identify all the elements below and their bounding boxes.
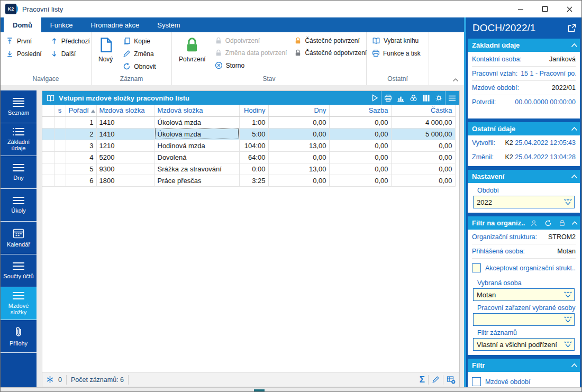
confirm-button[interactable]: Potvrzení (175, 35, 210, 65)
column-header-indicator[interactable] (42, 105, 54, 116)
section-nastaveni: Nastavení Období 2022 (468, 170, 580, 213)
table-row[interactable]: 45200 Dovolená64:00 0,000,00 0,00 (42, 151, 455, 163)
sum-button[interactable]: Σ (420, 375, 425, 384)
section-header[interactable]: Filtr na organiz... (468, 216, 580, 230)
column-header-dny[interactable]: Dny (268, 105, 329, 116)
accept-org-structure-checkbox-row: Akceptovat organizační strukt... (472, 259, 576, 276)
resize-grip[interactable] (254, 389, 265, 391)
sidebar-item-dny[interactable]: Dny (1, 156, 37, 189)
run-button[interactable] (368, 91, 381, 105)
selected-person-combo[interactable]: Motan (473, 288, 575, 301)
table-header-row: s Pořadí1 Mzdová složka Mzdová složka Ho… (42, 105, 455, 116)
window-controls (508, 1, 581, 17)
add-record-button[interactable] (447, 376, 456, 384)
collapse-icon[interactable] (571, 221, 578, 225)
section-header[interactable]: Základní údaje (468, 39, 580, 52)
payroll-period-checkbox[interactable] (472, 377, 481, 386)
unconfirm-button[interactable]: Odpotvrzení (213, 35, 289, 46)
section-header[interactable]: Nastavení (468, 170, 580, 183)
records-filter-combo[interactable]: Vlastní a všichni podřízení (473, 338, 575, 351)
grid-empty-area (42, 187, 459, 372)
open-in-window-button[interactable] (567, 24, 576, 33)
collapse-icon[interactable] (571, 126, 578, 131)
sidebar-item-prilohy[interactable]: Přílohy (1, 320, 37, 353)
change-confirm-date-button[interactable]: Změna data potvrzení (213, 48, 289, 58)
chevron-up-icon[interactable] (452, 78, 459, 82)
app-window: K2 Pracovní listy Domů Funkce Hromadné a… (0, 0, 582, 392)
sidebar-item-zakladni-udaje[interactable]: Základní údaje (1, 123, 37, 156)
tab-domu[interactable]: Domů (4, 17, 41, 32)
sidebar-item-mzdove-slozky[interactable]: Mzdové složky (1, 287, 37, 320)
column-header-sazba[interactable]: Sazba (329, 105, 391, 116)
column-header-mzdova-slozka-nazev[interactable]: Mzdová složka (154, 105, 239, 116)
print-button[interactable] (381, 91, 394, 105)
ribbon-group-stav: Potvrzení Odpotvrzení Změna data potvrze… (172, 32, 367, 85)
partial-unconfirm-button[interactable]: Částečné odpotvrzení (292, 48, 369, 58)
refresh-filter-button[interactable] (542, 220, 553, 227)
accept-org-structure-checkbox[interactable] (472, 263, 481, 272)
field-row: Vytvořil: K2 25.04.2022 12:05:43 (472, 136, 576, 150)
copy-button[interactable]: Kopie (121, 35, 158, 47)
collapse-icon[interactable] (571, 363, 578, 368)
chart-button[interactable] (394, 91, 407, 105)
new-button[interactable]: Nový (95, 35, 116, 65)
table-row[interactable]: 11410 Úkolová mzda1:00 0,000,00 4 000,00 (42, 116, 455, 128)
table-row[interactable]: 59300 Srážka za stravování0:00 13,000,00… (42, 163, 455, 175)
change-button[interactable]: Změna (121, 48, 158, 59)
panel-menu-button[interactable] (445, 91, 458, 105)
sidebar-item-soucty-uctu[interactable]: Součty účtů (1, 254, 37, 287)
person-button[interactable] (528, 220, 539, 227)
last-button[interactable]: Poslední (4, 48, 44, 59)
column-header-s[interactable]: s (54, 105, 66, 116)
section-filtr-organizace: Filtr na organiz... Organizační struktur… (468, 216, 580, 355)
table-row[interactable]: 31210 Hodinová mzda104:00 13,000,00 0,00 (42, 140, 455, 151)
maximize-button[interactable] (533, 1, 557, 17)
column-header-castka[interactable]: Částka (391, 105, 455, 116)
color-wheel-button[interactable] (407, 91, 420, 105)
sidebar-item-ukoly[interactable]: Úkoly (1, 189, 37, 222)
open-external-icon (567, 24, 576, 33)
section-header[interactable]: Ostatní údaje (468, 122, 580, 135)
column-header-hodiny[interactable]: Hodiny (239, 105, 268, 116)
storno-button[interactable]: Storno (213, 60, 289, 71)
columns-button[interactable] (420, 91, 432, 105)
document-number: DOCH/2022/1 (472, 22, 535, 34)
edit-button[interactable] (432, 376, 440, 384)
collapse-icon[interactable] (571, 174, 578, 179)
save-filter-button[interactable] (557, 220, 568, 226)
collapse-icon[interactable] (571, 43, 578, 48)
partial-confirm-button[interactable]: Částečné potvrzení (292, 35, 369, 46)
settings-button[interactable] (432, 91, 445, 105)
first-button[interactable]: První (4, 35, 44, 47)
pencil-icon (123, 50, 131, 58)
previous-button[interactable]: Předchozí (48, 35, 92, 47)
assignment-combo[interactable] (473, 313, 575, 326)
copy-icon (123, 37, 131, 45)
minimize-button[interactable] (508, 1, 533, 17)
detail-panel-header: DOCH/2022/1 (468, 17, 580, 39)
table-row-selected[interactable]: 21410 Úkolová mzda5:00 0,000,00 5 000,00 (42, 128, 455, 140)
list-icon (12, 291, 25, 300)
sidebar: Seznam Základní údaje Dny Úkoly (1, 90, 37, 387)
bar-chart-icon (397, 94, 405, 102)
tab-funkce[interactable]: Funkce (41, 17, 82, 32)
sidebar-item-kalendar[interactable]: Kalendář (1, 222, 37, 254)
column-header-mzdova-slozka-kod[interactable]: Mzdová složka (96, 105, 154, 116)
column-header-poradi[interactable]: Pořadí1 (66, 105, 96, 116)
close-button[interactable] (557, 1, 581, 17)
payroll-items-table: s Pořadí1 Mzdová složka Mzdová složka Ho… (42, 105, 456, 187)
snowflake-icon[interactable] (46, 376, 54, 384)
sidebar-item-seznam[interactable]: Seznam (1, 90, 37, 123)
functions-print-button[interactable]: Funkce a tisk (370, 48, 423, 59)
section-header[interactable]: Filtr (468, 359, 580, 372)
period-combo[interactable]: 2022 (473, 196, 575, 208)
refresh-button[interactable]: Obnovit (121, 61, 158, 72)
tab-hromadne-akce[interactable]: Hromadné akce (81, 17, 148, 32)
next-button[interactable]: Další (48, 48, 92, 59)
tab-system[interactable]: Systém (148, 17, 189, 32)
table-row[interactable]: 61800 Práce přesčas3:25 0,000,00 0,00 (42, 175, 455, 186)
select-book-button[interactable]: Vybrat knihu (370, 35, 423, 46)
columns-icon (422, 94, 430, 102)
field-label: Pracovní zařazení vybrané osoby (472, 301, 576, 313)
gear-icon (435, 94, 443, 102)
